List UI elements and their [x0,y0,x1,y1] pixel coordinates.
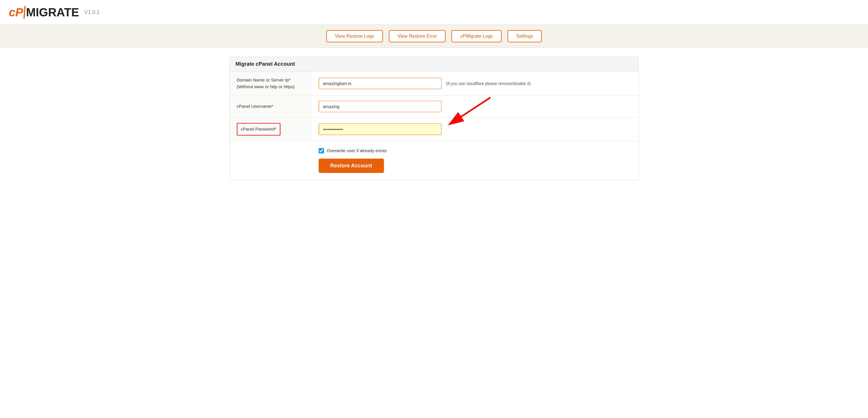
cpanel-password-label-cell: cPanel Password* [230,118,312,141]
domain-label-line2: (Without www or http or https) [237,84,295,89]
domain-required-star: * [289,77,290,82]
cpanel-password-label: cPanel Password [241,127,275,132]
logo-migrate: MIGRATE [26,6,79,18]
password-required-star: * [275,127,276,132]
domain-label-cell: Domain Name or Server Ip* (Without www o… [230,72,312,96]
domain-row: Domain Name or Server Ip* (Without www o… [230,72,639,96]
cpanel-password-label-highlighted: cPanel Password* [237,123,281,136]
overwrite-label: Overwrite user if already exists [327,148,387,153]
main-content: Migrate cPanel Account Domain Name or Se… [0,48,868,189]
cpanel-username-input-cell [312,96,639,118]
cpmigrate-logs-button[interactable]: cPMigrate Logs [452,30,501,42]
logo-cp: cP [9,6,23,18]
cpanel-username-row: cPanel Username* [230,96,639,118]
cpanel-password-row: cPanel Password* [230,118,639,141]
form-panel-title: Migrate cPanel Account [230,57,639,72]
view-restore-error-button[interactable]: View Restore Error [389,30,446,42]
domain-input[interactable] [319,78,441,89]
view-restore-logs-button[interactable]: View Restore Logs [326,30,383,42]
arrow-container [319,124,441,135]
settings-button[interactable]: Settings [507,30,542,42]
toolbar: View Restore Logs View Restore Error cPM… [0,25,868,48]
form-panel: Migrate cPanel Account Domain Name or Se… [229,57,639,180]
form-bottom-row: Overwrite user if already exists Restore… [230,141,639,180]
username-required-star: * [272,104,273,109]
cpanel-username-label-cell: cPanel Username* [230,96,312,118]
form-table: Domain Name or Server Ip* (Without www o… [230,72,639,180]
overwrite-row: Overwrite user if already exists [319,148,387,153]
logo-version: V1.0.1 [84,9,99,15]
domain-hint: (If you use cloudflare please remove/dis… [446,81,531,86]
logo-bar: cP MIGRATE V1.0.1 [0,0,868,25]
cpanel-username-label: cPanel Username [237,104,272,109]
restore-account-button[interactable]: Restore Account [319,159,384,173]
form-bottom-cell: Overwrite user if already exists Restore… [230,141,639,180]
cpanel-password-input[interactable] [319,124,441,135]
domain-label-line1: Domain Name or Server Ip* [237,77,290,82]
form-bottom-content: Overwrite user if already exists Restore… [237,148,631,173]
logo: cP MIGRATE [9,6,79,19]
overwrite-checkbox[interactable] [319,148,324,153]
cpanel-username-input[interactable] [319,101,441,112]
cpanel-password-input-cell [312,118,639,141]
domain-input-cell: (If you use cloudflare please remove/dis… [312,72,639,96]
logo-divider-icon [23,6,26,19]
